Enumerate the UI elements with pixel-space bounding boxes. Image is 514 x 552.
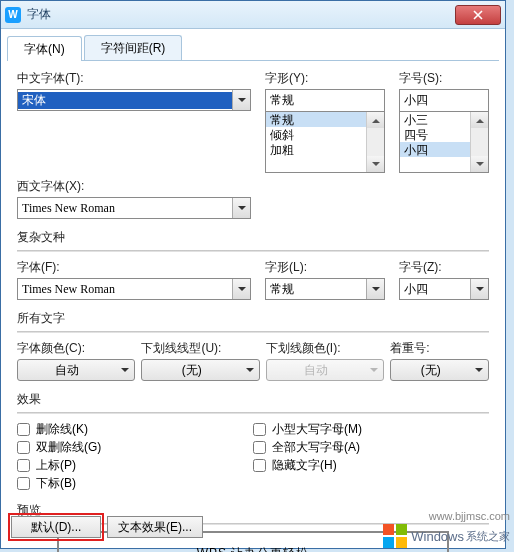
scrollbar[interactable] [366, 112, 384, 172]
list-item[interactable]: 四号 [400, 127, 470, 142]
scroll-down-icon[interactable] [367, 156, 384, 172]
style-label: 字形(Y): [265, 69, 385, 87]
button-bar: 默认(D)... 文本效果(E)... [11, 516, 203, 538]
subscript-checkbox[interactable]: 下标(B) [17, 474, 253, 492]
strike-checkbox[interactable]: 删除线(K) [17, 420, 253, 438]
size-listbox[interactable]: 小三 四号 小四 [399, 111, 489, 173]
underline-combo[interactable]: (无) [141, 359, 259, 381]
cn-font-combo[interactable]: 宋体 [17, 89, 251, 111]
complex-size-label: 字号(Z): [399, 258, 489, 276]
hidden-checkbox[interactable]: 隐藏文字(H) [253, 456, 489, 474]
emphasis-label: 着重号: [390, 339, 489, 357]
cn-font-label: 中文字体(T): [17, 69, 251, 87]
chevron-down-icon[interactable] [232, 279, 250, 299]
style-input[interactable]: 常规 [265, 89, 385, 111]
tab-strip: 字体(N) 字符间距(R) [7, 35, 499, 61]
superscript-checkbox[interactable]: 上标(P) [17, 456, 253, 474]
divider [17, 412, 489, 414]
effects-title: 效果 [17, 391, 489, 408]
divider [17, 250, 489, 252]
default-button[interactable]: 默认(D)... [11, 516, 101, 538]
chevron-down-icon[interactable] [366, 279, 384, 299]
text-effect-button[interactable]: 文本效果(E)... [107, 516, 203, 538]
scroll-up-icon[interactable] [367, 112, 384, 128]
allcaps-checkbox[interactable]: 全部大写字母(A) [253, 438, 489, 456]
svg-rect-0 [383, 524, 394, 535]
en-font-label: 西文字体(X): [17, 177, 251, 195]
content-area: 中文字体(T): 宋体 字形(Y): 常规 常规 倾斜 加粗 [1, 61, 505, 552]
window-title: 字体 [27, 6, 455, 23]
complex-font-label: 字体(F): [17, 258, 251, 276]
complex-scripts-title: 复杂文种 [17, 229, 489, 246]
list-item[interactable]: 常规 [266, 112, 366, 127]
chevron-down-icon[interactable] [116, 360, 134, 380]
close-icon [473, 10, 483, 20]
double-strike-checkbox[interactable]: 双删除线(G) [17, 438, 253, 456]
windows-logo-icon [381, 522, 409, 550]
preview-text: WPS 让办公更轻松 [197, 545, 310, 553]
complex-size-value: 小四 [400, 281, 470, 298]
watermark-brand: Windows 系统之家 [381, 522, 510, 550]
font-color-value: 自动 [18, 362, 116, 379]
underline-color-label: 下划线颜色(I): [266, 339, 384, 357]
complex-font-combo[interactable]: Times New Roman [17, 278, 251, 300]
en-font-combo[interactable]: Times New Roman [17, 197, 251, 219]
size-label: 字号(S): [399, 69, 489, 87]
emphasis-combo[interactable]: (无) [390, 359, 489, 381]
tab-spacing[interactable]: 字符间距(R) [84, 35, 183, 60]
style-value: 常规 [266, 92, 384, 109]
svg-rect-2 [383, 537, 394, 548]
complex-style-label: 字形(L): [265, 258, 385, 276]
app-icon: W [5, 7, 21, 23]
en-font-value: Times New Roman [18, 201, 232, 216]
underline-color-value: 自动 [267, 362, 365, 379]
divider [17, 331, 489, 333]
watermark-text1: Windows [411, 529, 464, 544]
close-button[interactable] [455, 5, 501, 25]
emphasis-value: (无) [391, 362, 470, 379]
svg-rect-1 [396, 524, 407, 535]
complex-style-combo[interactable]: 常规 [265, 278, 385, 300]
chevron-down-icon[interactable] [470, 279, 488, 299]
chevron-down-icon[interactable] [470, 360, 488, 380]
underline-value: (无) [142, 362, 240, 379]
style-listbox[interactable]: 常规 倾斜 加粗 [265, 111, 385, 173]
svg-rect-3 [396, 537, 407, 548]
smallcaps-checkbox[interactable]: 小型大写字母(M) [253, 420, 489, 438]
font-dialog: W 字体 字体(N) 字符间距(R) 中文字体(T): 宋体 字形(Y): 常规 [0, 0, 506, 549]
size-value: 小四 [400, 92, 488, 109]
scrollbar[interactable] [470, 112, 488, 172]
complex-size-combo[interactable]: 小四 [399, 278, 489, 300]
font-color-label: 字体颜色(C): [17, 339, 135, 357]
all-text-title: 所有文字 [17, 310, 489, 327]
list-item[interactable]: 小四 [400, 142, 470, 157]
tab-font[interactable]: 字体(N) [7, 36, 82, 61]
scroll-down-icon[interactable] [471, 156, 488, 172]
underline-color-combo: 自动 [266, 359, 384, 381]
size-input[interactable]: 小四 [399, 89, 489, 111]
complex-font-value: Times New Roman [18, 282, 232, 297]
watermark-text2: 系统之家 [466, 529, 510, 544]
list-item[interactable]: 倾斜 [266, 127, 366, 142]
scroll-up-icon[interactable] [471, 112, 488, 128]
underline-label: 下划线线型(U): [141, 339, 259, 357]
complex-style-value: 常规 [266, 281, 366, 298]
chevron-down-icon[interactable] [241, 360, 259, 380]
chevron-down-icon[interactable] [232, 90, 250, 110]
chevron-down-icon [365, 360, 383, 380]
font-color-combo[interactable]: 自动 [17, 359, 135, 381]
list-item[interactable]: 加粗 [266, 142, 366, 157]
watermark-url: www.bjjmsc.com [429, 510, 510, 522]
cn-font-value: 宋体 [18, 92, 232, 109]
titlebar: W 字体 [1, 1, 505, 29]
chevron-down-icon[interactable] [232, 198, 250, 218]
list-item[interactable]: 小三 [400, 112, 470, 127]
